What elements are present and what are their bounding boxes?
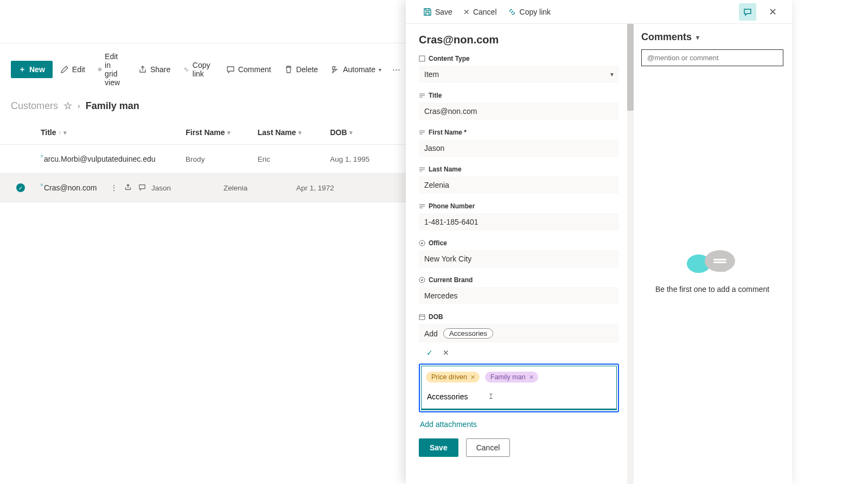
new-button[interactable]: ＋ New xyxy=(11,61,53,78)
more-actions-button[interactable]: ··· xyxy=(389,64,404,75)
pencil-icon xyxy=(60,65,69,74)
column-title[interactable]: Title↑▾ xyxy=(41,128,186,137)
choice-icon xyxy=(419,277,425,283)
form-column: Cras@non.com Content Type Item ▾ Title C… xyxy=(406,24,633,484)
tag-chip[interactable]: Family man✕ xyxy=(485,372,538,383)
field-brand: Current Brand Mercedes xyxy=(419,276,619,304)
panel-copy-link-button[interactable]: Copy link xyxy=(508,8,551,16)
confirm-tag-button[interactable]: ✓ xyxy=(426,348,435,357)
field-last-name: Last Name Zelenia xyxy=(419,165,619,194)
tags-row: Price driven✕ Family man✕ xyxy=(422,366,616,388)
row-lastname-cell: Eric xyxy=(258,155,330,163)
add-attachments-link[interactable]: Add attachments xyxy=(419,415,619,438)
chevron-down-icon: ▾ xyxy=(696,34,699,41)
first-name-input[interactable]: Jason xyxy=(419,139,619,157)
panel-copy-link-label: Copy link xyxy=(520,8,551,16)
star-icon[interactable]: ☆ xyxy=(63,100,72,112)
field-office: Office New York City xyxy=(419,239,619,268)
tag-suggestion[interactable]: Add Accessories xyxy=(419,324,619,343)
row-more-icon[interactable]: ⋮ xyxy=(110,183,118,192)
cancel-tag-button[interactable]: ✕ xyxy=(443,348,451,357)
row-lastname-cell: Zelenia xyxy=(224,184,296,192)
table-row[interactable]: ✓ ⁰Cras@non.com ⋮ Jason Zelenia Apr 1, 1… xyxy=(0,174,406,202)
main-list-area: ＋ New Edit Edit in grid view Share Copy … xyxy=(0,0,406,484)
row-share-icon[interactable] xyxy=(124,183,132,192)
remove-tag-icon[interactable]: ✕ xyxy=(470,374,475,381)
plus-icon: ＋ xyxy=(18,65,26,74)
tag-editor: Price driven✕ Family man✕ 𝙸 xyxy=(419,364,619,412)
brand-input[interactable]: Mercedes xyxy=(419,287,619,304)
row-select[interactable]: ✓ xyxy=(16,183,41,192)
suggestion-pill[interactable]: Accessories xyxy=(443,328,493,339)
chevron-right-icon: › xyxy=(78,101,80,110)
tag-input-row: 𝙸 xyxy=(422,388,616,409)
automate-button[interactable]: Automate ▾ xyxy=(326,62,387,77)
flow-icon xyxy=(331,65,340,74)
remove-tag-icon[interactable]: ✕ xyxy=(529,374,534,381)
copy-link-button[interactable]: Copy link xyxy=(178,58,219,81)
column-dob[interactable]: DOB▾ xyxy=(330,128,395,137)
automate-label: Automate xyxy=(343,65,375,74)
text-icon xyxy=(419,92,425,99)
scrollbar[interactable] xyxy=(627,24,634,484)
delete-button[interactable]: Delete xyxy=(279,62,323,77)
table-row[interactable]: ⁰arcu.Morbi@vulputateduinec.edu Brody Er… xyxy=(0,145,406,174)
choice-icon xyxy=(419,240,425,246)
empty-text: Be the first one to add a comment xyxy=(655,285,769,294)
row-comment-icon[interactable] xyxy=(138,183,146,192)
svg-rect-1 xyxy=(419,56,425,61)
row-title-cell[interactable]: ⁰arcu.Morbi@vulputateduinec.edu xyxy=(41,155,186,163)
scroll-thumb[interactable] xyxy=(627,24,634,111)
panel-cancel-button[interactable]: ✕ Cancel xyxy=(463,8,497,16)
last-name-input[interactable]: Zelenia xyxy=(419,176,619,194)
add-label: Add xyxy=(424,329,438,338)
tag-actions: ✓ ✕ xyxy=(419,343,619,364)
content-type-select[interactable]: Item ▾ xyxy=(419,66,619,83)
field-dob: DOB Add Accessories ✓ ✕ Price driven✕ Fa… xyxy=(419,313,619,412)
comment-button[interactable]: Comment xyxy=(221,62,277,77)
comment-input[interactable] xyxy=(641,49,783,66)
panel-toolbar: Save ✕ Cancel Copy link ✕ xyxy=(406,0,792,24)
breadcrumb-current: Family man xyxy=(86,100,139,112)
edit-button[interactable]: Edit xyxy=(55,62,91,77)
cancel-button[interactable]: Cancel xyxy=(466,438,510,457)
delete-label: Delete xyxy=(296,65,318,74)
title-input[interactable]: Cras@non.com xyxy=(419,103,619,120)
close-panel-button[interactable]: ✕ xyxy=(764,3,781,21)
breadcrumb-root[interactable]: Customers xyxy=(11,100,58,112)
grid-icon xyxy=(98,65,101,74)
chevron-down-icon: ▾ xyxy=(610,71,614,78)
edit-in-grid-button[interactable]: Edit in grid view xyxy=(93,49,131,90)
trash-icon xyxy=(284,65,293,74)
office-input[interactable]: New York City xyxy=(419,250,619,268)
panel-body: Cras@non.com Content Type Item ▾ Title C… xyxy=(406,24,792,484)
row-actions: ⋮ xyxy=(110,183,146,192)
column-first-name[interactable]: First Name▾ xyxy=(186,128,258,137)
save-icon xyxy=(423,8,432,16)
link-sup-icon: ⁰ xyxy=(41,183,43,189)
edit-grid-label: Edit in grid view xyxy=(105,52,125,87)
comments-column: Comments ▾ Be the first one to add a com… xyxy=(633,24,792,484)
comment-icon xyxy=(226,65,235,74)
share-button[interactable]: Share xyxy=(133,62,176,77)
save-button[interactable]: Save xyxy=(419,438,458,457)
panel-cancel-label: Cancel xyxy=(473,8,497,16)
svg-rect-0 xyxy=(99,68,101,71)
row-firstname-cell: Brody xyxy=(186,155,258,163)
phone-input[interactable]: 1-481-185-6401 xyxy=(419,213,619,231)
tag-input[interactable] xyxy=(426,390,612,403)
check-icon: ✓ xyxy=(16,183,25,192)
toggle-comments-button[interactable] xyxy=(739,3,756,21)
comments-empty-state: Be the first one to add a comment xyxy=(641,66,783,476)
tag-chip[interactable]: Price driven✕ xyxy=(426,372,480,383)
panel-save-button[interactable]: Save xyxy=(423,8,452,16)
link-icon xyxy=(508,8,516,16)
chat-bubbles-icon xyxy=(685,249,739,276)
share-icon xyxy=(138,65,147,74)
column-last-name[interactable]: Last Name▾ xyxy=(258,128,330,137)
row-dob-cell: Aug 1, 1995 xyxy=(330,155,395,163)
comments-heading[interactable]: Comments ▾ xyxy=(641,31,783,43)
chevron-down-icon: ▾ xyxy=(349,129,353,136)
row-firstname-cell: Jason xyxy=(151,184,224,192)
chevron-down-icon: ▾ xyxy=(298,129,302,136)
